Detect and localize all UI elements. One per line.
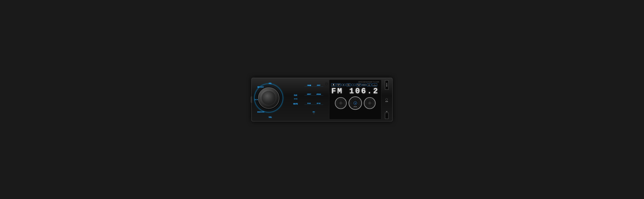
frequency-display: FM 106.2: [331, 87, 379, 95]
volume-knob[interactable]: [258, 87, 280, 109]
transport-controls: ►►|: [294, 98, 297, 100]
right-ports-section: USB AUX TF: [382, 80, 391, 120]
pop-icon-box: 🎧 POP: [367, 83, 371, 87]
icon-row: 💾 USB CARD INT ⇄ RPT RDM 〜: [331, 83, 379, 87]
right-speaker-svg: [364, 97, 375, 109]
preset-5-button[interactable]: 5/-10: [304, 102, 314, 105]
aux-label: AUX: [385, 101, 388, 102]
eq-on-icon-box: EQ ON RDM: [356, 83, 361, 87]
tf-card-area: TF: [385, 111, 389, 119]
prev-track-button[interactable]: |◄◄: [254, 99, 258, 100]
mute-label: MUTE: [294, 103, 298, 105]
left-speaker-svg: [335, 97, 346, 109]
preset-4-button[interactable]: 4/RDM: [314, 93, 323, 95]
center-speaker-bt: ʙ CAR BT: [348, 96, 362, 110]
vol-label: VOL: [269, 116, 272, 118]
fast-forward-button[interactable]: ►►|: [294, 98, 297, 100]
usb-card-icon-box: 💾 USB: [331, 83, 336, 87]
clk-label: CLK: [294, 94, 297, 96]
preset-row-2: 3/RPT 4/RDM: [304, 93, 324, 95]
center-controls: CLK ►►| MUTE: [288, 80, 303, 120]
speaker-grille: [325, 82, 328, 86]
eq-wave-icon-box: 〜: [352, 84, 356, 86]
left-speaker: [335, 97, 347, 109]
aux-port-area: AUX: [385, 98, 388, 102]
preset-2-button[interactable]: 2/INT: [314, 84, 323, 87]
arrow-icon-box: ⇄: [341, 84, 346, 86]
usb-label: USB: [386, 83, 388, 87]
fm-frequency-text: FM 106.2: [331, 87, 379, 95]
card-int-icon-box: CARD INT: [336, 83, 341, 87]
car-radio: SEL ⏻/MODE |◄◄ BND/APS VOL: [251, 78, 393, 122]
mic-label: MIC: [313, 111, 315, 113]
rock-icon-box: ROCK: [362, 84, 366, 86]
preset-6-button[interactable]: 6/+10: [314, 102, 323, 105]
player-label: MP3/USB/SD/FM/BT PLAYER: [331, 81, 379, 83]
preset-row-3: 5/-10 6/+10: [304, 102, 324, 105]
side-button[interactable]: [251, 96, 252, 103]
usb-port-area: USB: [385, 80, 389, 90]
svg-text:CAR BT: CAR BT: [354, 106, 357, 107]
card-text: CARD: [337, 84, 340, 85]
classic-text: CLASSIC: [373, 85, 377, 86]
bnd-aps-button[interactable]: BND/APS: [258, 111, 264, 113]
preset-3-button[interactable]: 3/RPT: [304, 93, 314, 95]
tf-slot[interactable]: [385, 113, 389, 119]
preset-1-button[interactable]: 1/▶▮▮: [304, 84, 314, 87]
aux-jack[interactable]: [386, 98, 388, 101]
rpt-rdm-icon-box: RPT RDM: [346, 83, 351, 87]
speaker-visualization: ʙ CAR BT: [331, 96, 379, 110]
right-speaker: [364, 97, 376, 109]
tf-label: TF: [386, 111, 388, 112]
center-speaker-svg: ʙ CAR BT: [349, 96, 362, 110]
preset-buttons-section: 1/▶▮▮ 2/INT 3/RPT 4/RDM 5/-10 6/+10 MIC: [304, 80, 324, 120]
usb-port[interactable]: USB: [385, 80, 389, 90]
main-display: MP3/USB/SD/FM/BT PLAYER 💾 USB CARD INT ⇄…: [329, 80, 382, 120]
classic-icon-box: ✓ CLASSIC: [372, 83, 377, 87]
mic-hole: [313, 113, 314, 114]
speaker-grille-area: [325, 80, 328, 120]
preset-row-1: 1/▶▮▮ 2/INT: [304, 84, 324, 87]
left-controls-section: SEL ⏻/MODE |◄◄ BND/APS VOL: [253, 80, 288, 120]
mic-area: MIC: [304, 111, 324, 115]
